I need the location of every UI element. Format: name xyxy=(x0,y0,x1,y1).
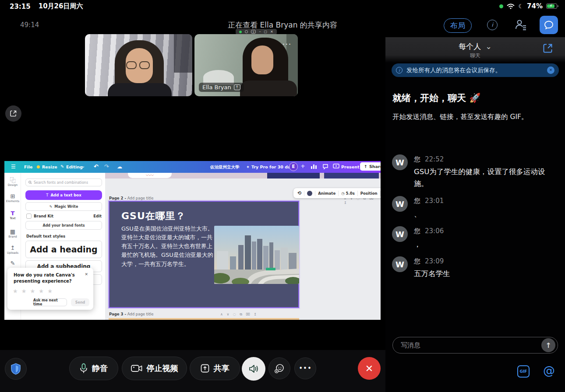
rail-design-tab[interactable]: ⿻Design xyxy=(4,177,21,187)
chat-panel: 每个人 ⌄ 聊天 i 发给所有人的消息将在会议后保存。 ✕ 就绪，开始，聊天 🚀… xyxy=(385,37,565,392)
emoji-plus-icon xyxy=(274,363,285,374)
page3-title-row[interactable]: Page 3 - Add page title xyxy=(109,312,153,316)
survey-send-button[interactable]: Send xyxy=(71,298,89,306)
share-label: 共享 xyxy=(214,363,230,374)
battery-percent: 74% xyxy=(527,2,543,10)
survey-close-icon[interactable]: ✕ xyxy=(85,272,88,276)
meeting-info-button[interactable]: i xyxy=(487,20,498,30)
rail-brand-tab[interactable]: ▦Brand xyxy=(4,229,21,238)
survey-question: How do you rate Canva's presenting exper… xyxy=(14,272,79,284)
participants-button[interactable] xyxy=(514,18,527,32)
resize-dot-icon xyxy=(37,165,40,168)
chat-audience-dropdown[interactable]: 每个人 ⌄ xyxy=(459,42,492,52)
page2-title-row[interactable]: Page 2 - Add page title xyxy=(109,196,153,200)
magic-write-button[interactable]: ✎ Magic Write xyxy=(25,202,102,211)
survey-ask-later-button[interactable]: Ask me next time xyxy=(33,298,67,306)
survey-star-rating[interactable]: ★ ★ ★ ★ ★ xyxy=(13,288,53,294)
present-button[interactable]: Present xyxy=(341,164,360,169)
doc-title[interactable]: 佐治亚州立大学 xyxy=(210,164,240,170)
add-heading-style[interactable]: Add a heading xyxy=(25,241,102,258)
audience-chevron-icon: ⌄ xyxy=(486,42,492,51)
history-icon[interactable]: ⟲ xyxy=(297,190,301,196)
slide-page2[interactable]: GSU在哪里？ GSU是在美国佐治亚州亚特兰大市。亚特兰大是佐治亚最大的城市，一… xyxy=(109,201,299,308)
send-button[interactable]: ↑ xyxy=(541,338,555,352)
banner-close-button[interactable]: ✕ xyxy=(547,66,554,74)
window-close-icon[interactable]: ✕ xyxy=(270,30,273,34)
elements-label: Elements xyxy=(4,200,21,203)
add-text-box-button[interactable]: T Add a text box xyxy=(25,190,102,200)
chat-welcome-title: 就绪，开始，聊天 🚀 xyxy=(392,92,481,104)
menu-hamburger-icon[interactable]: ☰ xyxy=(11,164,16,170)
resize-menu[interactable]: Resize xyxy=(42,164,57,169)
color-swatch[interactable] xyxy=(307,191,312,196)
elements-icon: ⊞ xyxy=(4,193,21,200)
mention-button[interactable]: @ xyxy=(543,364,555,377)
duration-button[interactable]: 5.0s xyxy=(346,191,355,196)
slide-city-image[interactable] xyxy=(214,226,299,284)
message-input[interactable] xyxy=(392,337,558,354)
brand-kit-icon xyxy=(26,214,32,219)
chat-retention-banner: i 发给所有人的消息将在会议后保存。 ✕ xyxy=(392,63,559,77)
slide-title[interactable]: GSU在哪里？ xyxy=(121,210,186,223)
video-tile-self[interactable] xyxy=(85,34,192,96)
account-avatar[interactable]: E xyxy=(289,162,298,171)
brand-kit-edit-link[interactable]: Edit xyxy=(93,214,102,218)
add-member-icon[interactable]: + xyxy=(300,163,305,169)
meeting-security-button[interactable] xyxy=(5,358,27,380)
comments-icon[interactable] xyxy=(322,164,328,170)
position-button[interactable]: Position xyxy=(360,191,378,196)
status-bar: 23:15 10月26日周六 xyxy=(10,2,83,10)
rail-uploads-tab[interactable]: ↥Uploads xyxy=(4,245,21,255)
rail-text-tab[interactable]: TText xyxy=(4,210,21,220)
page3-actions-icons[interactable]: ∧ ∨ ◌ ⧉ ⌧ ↥ xyxy=(220,312,258,317)
window-minimize-icon[interactable]: – xyxy=(259,30,261,34)
chat-popout-button[interactable] xyxy=(542,42,554,54)
add-text-box-label: Add a text box xyxy=(51,193,81,197)
chat-toggle-button[interactable] xyxy=(540,16,558,34)
speaker-button[interactable] xyxy=(242,357,265,381)
video-tile-ella[interactable]: ··· Ella Bryan ↑ xyxy=(194,34,298,96)
end-call-button[interactable]: ✕ xyxy=(358,357,381,380)
chat-header: 每个人 ⌄ 聊天 xyxy=(385,37,565,63)
rail-draw-tab[interactable]: ✎ xyxy=(4,260,21,266)
avatar: W xyxy=(392,256,408,272)
message-text: 、 xyxy=(414,208,559,220)
more-options-button[interactable]: ••• xyxy=(294,357,316,379)
slide-page3-top-sliver[interactable] xyxy=(109,318,299,320)
share-button[interactable]: 共享 xyxy=(190,357,240,380)
file-menu[interactable]: File xyxy=(24,164,32,169)
rail-elements-tab[interactable]: ⊞Elements xyxy=(4,193,21,203)
popout-share-button[interactable] xyxy=(5,105,21,122)
animate-button[interactable]: Animate xyxy=(318,191,335,196)
draw-pencil-icon: ✎ xyxy=(4,260,21,266)
slide-body-text[interactable]: GSU是在美国佐治亚州亚特兰大市。亚特兰大是佐治亚最大的城市，一共有五十万名人。… xyxy=(121,224,215,269)
editing-mode-menu[interactable]: Editing xyxy=(66,164,83,169)
undo-icon[interactable]: ↶ xyxy=(94,163,99,170)
layout-button[interactable]: 布局 xyxy=(444,18,472,33)
shield-icon xyxy=(10,363,21,375)
canva-survey-popup: How do you rate Canva's presenting exper… xyxy=(7,268,93,310)
add-brand-fonts-label: Add your brand fonts xyxy=(42,224,85,228)
room-shadow xyxy=(174,34,192,73)
window-restore-icon[interactable]: ▢ xyxy=(264,30,267,34)
message-text: ， xyxy=(414,238,559,250)
insights-icon[interactable] xyxy=(311,164,317,169)
duration-clock-icon: ◷ xyxy=(341,191,344,196)
page2-label: Page 2 - xyxy=(109,196,126,200)
magic-write-icon: ✎ xyxy=(49,205,53,209)
page2-title-placeholder[interactable]: Add page title xyxy=(127,196,154,200)
page3-title-placeholder[interactable]: Add page title xyxy=(127,312,154,316)
redo-icon[interactable]: ↷ xyxy=(104,163,109,170)
mute-button[interactable]: 静音 xyxy=(69,357,118,380)
font-search-box[interactable]: Search fonts and combinations xyxy=(25,178,102,186)
stop-video-button[interactable]: 停止视频 xyxy=(122,357,187,380)
tile-more-button[interactable]: ··· xyxy=(282,40,292,49)
reactions-button[interactable] xyxy=(268,357,290,379)
send-label: Send xyxy=(75,301,85,304)
canva-share-button[interactable]: ↑ Share xyxy=(360,162,381,171)
gif-button[interactable]: GIF xyxy=(517,365,530,378)
battery-icon: ⚡ xyxy=(546,4,557,9)
shared-canva-window: ☰ File Resize ✎ Editing ⌄ ↶ ↷ ☁ 佐治亚州立大学 … xyxy=(4,161,381,320)
layout-button-label: 布局 xyxy=(450,21,465,30)
add-brand-fonts-button[interactable]: Add your brand fonts xyxy=(25,221,102,230)
